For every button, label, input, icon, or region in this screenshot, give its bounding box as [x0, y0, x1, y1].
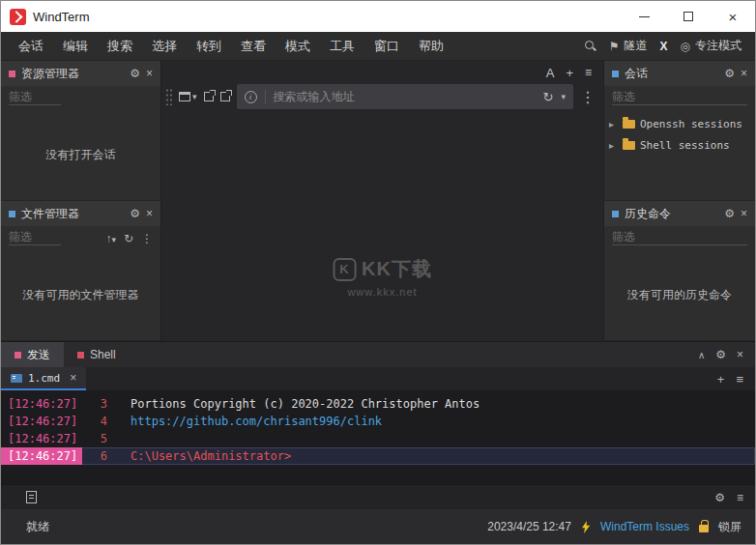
- terminal-panel-tab[interactable]: 发送: [1, 342, 64, 367]
- history-filter-input[interactable]: 筛选: [612, 229, 747, 245]
- terminal-line: [12:46:27]4https://github.com/chrisant99…: [1, 413, 755, 430]
- send-strip: ⚙ ≡: [1, 484, 755, 509]
- list-menu-icon[interactable]: ≡: [737, 491, 743, 504]
- console-icon: [11, 374, 22, 383]
- refresh-icon[interactable]: ↻: [543, 90, 554, 104]
- gear-icon[interactable]: ⚙: [724, 67, 735, 80]
- file-empty-text: 没有可用的文件管理器: [23, 287, 139, 303]
- statusbar: 就绪 2023/4/25 12:47 WindTerm Issues 锁屏: [1, 509, 755, 544]
- close-icon[interactable]: ×: [146, 67, 153, 80]
- tab-label: 1.cmd: [28, 372, 60, 385]
- maximize-icon: [683, 12, 693, 21]
- expand-icon[interactable]: ▸: [609, 140, 618, 151]
- file-panel-title: 文件管理器: [21, 206, 79, 222]
- info-icon[interactable]: i: [245, 91, 257, 103]
- line-text: Portions Copyright (c) 2020-2022 Christo…: [131, 395, 480, 413]
- line-number: 6: [82, 447, 107, 465]
- resource-filter-input[interactable]: 筛选: [9, 89, 61, 105]
- close-tab-icon[interactable]: ×: [70, 371, 76, 385]
- line-text[interactable]: https://github.com/chrisant996/clink: [131, 413, 382, 430]
- window-title: WindTerm: [33, 10, 90, 24]
- open-new-tab-button[interactable]: [220, 92, 230, 101]
- menu-item-8[interactable]: 窗口: [364, 32, 409, 60]
- line-timestamp: [12:46:27]: [1, 395, 82, 413]
- menu-item-4[interactable]: 转到: [187, 32, 231, 60]
- dock-window-button[interactable]: ▾: [179, 92, 197, 101]
- terminal-panel-tabs: 发送Shell ∧ ⚙ ×: [1, 342, 755, 367]
- line-text: C:\Users\Administrator>: [131, 447, 291, 465]
- gear-icon[interactable]: ⚙: [715, 348, 726, 361]
- file-filter-input[interactable]: 筛选: [9, 229, 61, 245]
- font-size-icon[interactable]: A: [546, 66, 555, 80]
- file-panel-icon: [9, 211, 15, 217]
- maximize-button[interactable]: [666, 1, 711, 32]
- lock-screen-label[interactable]: 锁屏: [718, 519, 741, 535]
- resource-panel-title: 资源管理器: [21, 66, 79, 82]
- session-tree-item[interactable]: ▸Openssh sessions: [604, 113, 755, 134]
- close-button[interactable]: ×: [711, 1, 755, 32]
- sessions-filter-input[interactable]: 筛选: [612, 89, 747, 105]
- gear-icon[interactable]: ⚙: [130, 67, 140, 80]
- close-icon[interactable]: ×: [741, 207, 747, 220]
- close-icon[interactable]: ×: [737, 348, 743, 361]
- up-directory-button[interactable]: ↑▾: [105, 232, 116, 245]
- console-page-icon[interactable]: [26, 491, 37, 503]
- line-number: 4: [82, 413, 107, 430]
- menu-item-2[interactable]: 搜索: [98, 32, 142, 60]
- gear-icon[interactable]: ⚙: [724, 207, 735, 220]
- expand-icon[interactable]: ▸: [609, 119, 618, 129]
- add-icon[interactable]: +: [566, 66, 573, 80]
- window-icon: [179, 92, 190, 101]
- collapse-panel-icon[interactable]: ∧: [698, 350, 705, 360]
- external-window-icon: [204, 92, 214, 101]
- terminal-line: [12:46:27]5: [1, 430, 755, 447]
- address-input[interactable]: i 搜索或输入地址 ↻ ▾: [237, 84, 573, 109]
- terminal-tabs: 发送Shell: [1, 342, 130, 367]
- focus-mode-label: 专注模式: [695, 38, 741, 54]
- refresh-icon[interactable]: ↻: [124, 232, 133, 245]
- menu-item-6[interactable]: 模式: [276, 32, 320, 60]
- terminal-line: [12:46:27]3Portions Copyright (c) 2020-2…: [1, 395, 755, 413]
- sessions-panel: 会话 ⚙ × 筛选 ▸Openssh sessions▸Shell sessio…: [604, 61, 755, 201]
- address-toolbar: ▾ i 搜索或输入地址 ↻ ▾ ⋮: [161, 82, 603, 111]
- menu-item-5[interactable]: 查看: [231, 32, 276, 60]
- app-logo-icon: [10, 9, 26, 25]
- minimize-button[interactable]: [622, 1, 666, 32]
- menu-item-7[interactable]: 工具: [320, 32, 364, 60]
- close-icon[interactable]: ×: [146, 207, 153, 220]
- more-icon[interactable]: ⋮: [141, 232, 153, 245]
- address-placeholder: 搜索或输入地址: [274, 89, 536, 105]
- history-panel-icon: [612, 211, 619, 217]
- tab-list-icon[interactable]: ≡: [736, 372, 743, 387]
- menu-item-9[interactable]: 帮助: [409, 32, 453, 60]
- session-tree-item[interactable]: ▸Shell sessions: [604, 134, 755, 156]
- tab-1cmd[interactable]: 1.cmd ×: [1, 367, 86, 390]
- more-icon[interactable]: ⋮: [580, 88, 596, 106]
- new-tab-icon[interactable]: +: [717, 372, 725, 387]
- gear-icon[interactable]: ⚙: [714, 491, 725, 504]
- search-icon[interactable]: [584, 40, 596, 52]
- chevron-down-icon[interactable]: ▾: [561, 92, 566, 101]
- history-empty-text: 没有可用的历史命令: [627, 287, 732, 303]
- drag-grip-icon[interactable]: [165, 88, 172, 105]
- session-tree: ▸Openssh sessions▸Shell sessions: [604, 109, 755, 156]
- lock-icon[interactable]: [699, 525, 709, 532]
- terminal-panel-tab[interactable]: Shell: [64, 342, 130, 367]
- x-server-button[interactable]: X: [660, 40, 668, 53]
- gear-icon[interactable]: ⚙: [130, 207, 140, 220]
- close-icon[interactable]: ×: [741, 67, 747, 80]
- tunnel-label: 隧道: [625, 38, 648, 54]
- menu-item-1[interactable]: 编辑: [53, 32, 98, 60]
- file-manager-panel: 文件管理器 ⚙ × 筛选 ↑▾ ↻ ⋮ 没有可用的文件管理器: [1, 201, 160, 341]
- focus-mode-button[interactable]: ◎ 专注模式: [681, 38, 741, 54]
- open-new-window-button[interactable]: [204, 92, 214, 101]
- menu-item-3[interactable]: 选择: [142, 32, 187, 60]
- folder-icon: [623, 120, 635, 129]
- tunnel-button[interactable]: ⚑ 隧道: [609, 38, 648, 54]
- menu-items: 会话编辑搜索选择转到查看模式工具窗口帮助: [1, 32, 453, 60]
- resource-manager-panel: 资源管理器 ⚙ × 筛选 没有打开会话: [1, 61, 160, 201]
- line-number: 5: [82, 430, 107, 447]
- menu-item-0[interactable]: 会话: [9, 32, 53, 60]
- windterm-issues-link[interactable]: WindTerm Issues: [600, 520, 689, 533]
- list-menu-icon[interactable]: ≡: [585, 66, 592, 79]
